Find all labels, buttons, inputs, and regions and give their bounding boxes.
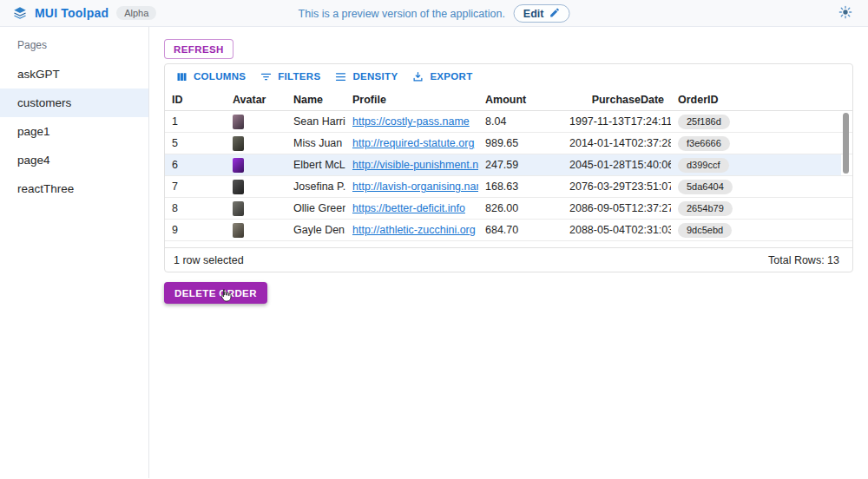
avatar — [233, 158, 244, 173]
grid-toolbar-button-label: COLUMNS — [194, 71, 246, 82]
profile-link[interactable]: http://lavish-organising.name — [352, 180, 478, 193]
sidebar-item-label: page4 — [17, 154, 50, 167]
cell-orderid: f3e6666 — [671, 136, 766, 151]
grid-toolbar-filters-button[interactable]: FILTERS — [253, 66, 327, 87]
cell-avatar — [226, 115, 286, 129]
cell-name: Josefina P... — [286, 180, 345, 193]
cell-name: Sean Harris — [286, 115, 345, 128]
cell-purchasedate: 1997-11-13T17:24:11.769Z — [562, 115, 671, 128]
order-id-chip: 9dc5ebd — [678, 223, 732, 238]
download-icon — [411, 70, 424, 83]
cell-profile: https://costly-pass.name — [345, 115, 478, 128]
vertical-scrollbar[interactable] — [843, 113, 849, 174]
sidebar-item-customers[interactable]: customers — [0, 89, 148, 117]
cell-purchasedate: 2014-01-14T02:37:28.536Z — [562, 137, 671, 149]
delete-order-button[interactable]: DELETE ORDER — [164, 282, 267, 304]
cell-id: 5 — [165, 137, 226, 149]
cell-purchasedate: 2076-03-29T23:51:07.968Z — [562, 180, 671, 193]
cell-avatar — [226, 180, 286, 194]
column-header-profile[interactable]: Profile — [345, 94, 478, 106]
table-row[interactable]: 9Gayle Den...http://athletic-zucchini.or… — [165, 220, 852, 241]
column-header-id[interactable]: ID — [165, 94, 226, 106]
grid-toolbar-button-label: EXPORT — [430, 71, 472, 82]
cell-id: 8 — [165, 202, 226, 214]
sidebar-item-page4[interactable]: page4 — [0, 146, 148, 174]
profile-link[interactable]: https://costly-pass.name — [352, 115, 470, 128]
selected-rows-status: 1 row selected — [174, 254, 244, 266]
table-row[interactable]: 6Elbert McL...http://visible-punishment.… — [165, 154, 852, 176]
main-content: REFRESH COLUMNSFILTERSDENSITYEXPORT IDAv… — [149, 27, 868, 478]
app-title: MUI Toolpad — [35, 6, 108, 20]
grid-toolbar-export-button[interactable]: EXPORT — [404, 66, 479, 87]
table-row[interactable]: 8Ollie Green...https://better-deficit.in… — [165, 198, 852, 220]
grid-toolbar-columns-button[interactable]: COLUMNS — [168, 66, 253, 87]
column-header-name[interactable]: Name — [286, 94, 345, 106]
edit-button-label: Edit — [523, 8, 544, 20]
sidebar-item-reactthree[interactable]: reactThree — [0, 174, 148, 203]
cell-avatar — [226, 201, 286, 216]
order-id-chip: 25f186d — [678, 115, 730, 129]
pencil-icon — [549, 7, 560, 21]
cell-purchasedate: 2086-09-05T12:37:27.015Z — [562, 202, 671, 214]
table-row[interactable]: 1Sean Harrishttps://costly-pass.name8.04… — [165, 111, 852, 133]
cell-orderid: d399ccf — [671, 158, 766, 173]
grid-toolbar-button-label: FILTERS — [278, 71, 320, 82]
sidebar-item-page1[interactable]: page1 — [0, 117, 148, 146]
grid-toolbar-density-button[interactable]: DENSITY — [327, 66, 404, 87]
sidebar-section-label: Pages — [0, 36, 148, 60]
topbar: MUI Toolpad Alpha This is a preview vers… — [0, 0, 868, 27]
order-id-chip: 5da6404 — [678, 180, 733, 194]
column-header-orderid[interactable]: OrderID — [671, 94, 766, 106]
avatar — [233, 180, 244, 194]
cell-orderid: 9dc5ebd — [671, 223, 766, 238]
cell-profile: http://athletic-zucchini.org — [345, 224, 478, 236]
table-row[interactable]: 7Josefina P...http://lavish-organising.n… — [165, 176, 852, 198]
order-id-chip: d399ccf — [678, 158, 729, 173]
sidebar-item-askgpt[interactable]: askGPT — [0, 60, 148, 89]
cell-profile: http://lavish-organising.name — [345, 180, 478, 193]
profile-link[interactable]: http://athletic-zucchini.org — [352, 224, 476, 236]
data-grid: COLUMNSFILTERSDENSITYEXPORT IDAvatarName… — [164, 63, 853, 272]
grid-footer: 1 row selected Total Rows: 13 — [165, 247, 852, 272]
profile-link[interactable]: https://better-deficit.info — [352, 202, 465, 214]
sidebar-item-label: reactThree — [17, 182, 74, 195]
cell-name: Miss Juan ... — [286, 137, 345, 149]
cell-id: 7 — [165, 180, 226, 193]
avatar — [233, 136, 244, 151]
grid-header-row: IDAvatarNameProfileAmountPurchaseDateOrd… — [165, 89, 852, 111]
refresh-button[interactable]: REFRESH — [164, 39, 233, 59]
sidebar: Pages askGPTcustomerspage1page4reactThre… — [0, 27, 149, 478]
theme-toggle-button[interactable] — [835, 3, 856, 23]
sidebar-item-label: page1 — [17, 125, 50, 138]
cell-profile: http://required-statute.org — [345, 137, 478, 149]
cell-profile: http://visible-punishment.net — [345, 159, 478, 171]
profile-link[interactable]: http://visible-punishment.net — [352, 159, 478, 171]
avatar — [233, 223, 244, 238]
preview-banner-text: This is a preview version of the applica… — [299, 8, 505, 20]
cell-name: Ollie Green... — [286, 202, 345, 214]
cell-purchasedate: 2045-01-28T15:40:06.325Z — [562, 159, 671, 171]
preview-banner: This is a preview version of the applica… — [299, 0, 570, 27]
density-icon — [334, 70, 347, 83]
order-id-chip: 2654b79 — [678, 201, 733, 216]
sidebar-nav-list: askGPTcustomerspage1page4reactThree — [0, 60, 148, 203]
column-header-amount[interactable]: Amount — [478, 94, 562, 106]
column-header-avatar[interactable]: Avatar — [226, 94, 286, 106]
cell-orderid: 5da6404 — [671, 180, 766, 194]
sidebar-item-label: customers — [17, 96, 71, 109]
cell-profile: https://better-deficit.info — [345, 202, 478, 214]
cell-avatar — [226, 136, 286, 151]
cell-orderid: 2654b79 — [671, 201, 766, 216]
profile-link[interactable]: http://required-statute.org — [352, 137, 474, 149]
avatar — [233, 201, 244, 216]
table-row[interactable]: 5Miss Juan ...http://required-statute.or… — [165, 133, 852, 154]
cell-purchasedate: 2088-05-04T02:31:03.294Z — [562, 224, 671, 236]
cell-id: 6 — [165, 159, 226, 171]
grid-toolbar: COLUMNSFILTERSDENSITYEXPORT — [165, 64, 852, 89]
sun-icon — [838, 5, 852, 22]
cell-avatar — [226, 158, 286, 173]
edit-button[interactable]: Edit — [514, 4, 570, 23]
cell-name: Gayle Den... — [286, 224, 345, 236]
column-header-purchasedate[interactable]: PurchaseDate — [562, 94, 671, 106]
cell-orderid: 25f186d — [671, 115, 766, 129]
